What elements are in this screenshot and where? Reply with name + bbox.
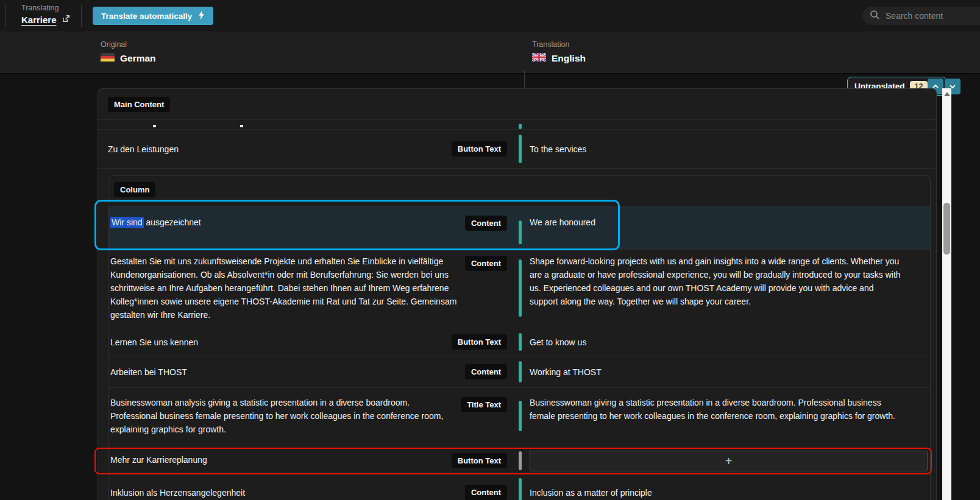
translated-indicator-bar: [519, 259, 522, 317]
translation-row: Arbeiten bei THOST Content Working at TH…: [108, 356, 930, 388]
translating-block: Translating Karriere: [21, 4, 71, 26]
original-language-name: German: [120, 53, 156, 64]
section-label-chip: Main Content: [108, 97, 170, 112]
scrollbar-thumb[interactable]: [943, 203, 950, 255]
source-text: Wir sind ausgezeichnet: [110, 216, 201, 229]
source-text: Lernen Sie uns kennen: [110, 336, 198, 349]
translated-indicator-bar: [519, 124, 522, 129]
plus-icon: +: [725, 455, 733, 467]
source-text: Inklusion als Herzensangelegenheit: [110, 486, 245, 499]
translated-indicator-bar: [519, 401, 522, 431]
field-type-badge: Title Text: [461, 397, 507, 412]
page-name[interactable]: Karriere: [21, 15, 57, 25]
field-type-badge: Content: [465, 216, 507, 231]
german-flag-icon: [101, 53, 115, 64]
selected-text: Wir sind: [110, 217, 144, 228]
page-link[interactable]: Karriere: [21, 14, 71, 26]
top-bar: Translating Karriere Translate automatic…: [0, 0, 980, 32]
search-box[interactable]: [862, 7, 980, 25]
field-type-badge: Content: [465, 485, 507, 500]
translated-indicator-bar: [519, 135, 522, 163]
translation-language-name: English: [552, 53, 586, 64]
add-translation-button[interactable]: +: [530, 451, 928, 471]
translation-text[interactable]: Get to know us: [530, 336, 930, 349]
translate-button-label: Translate automatically: [101, 12, 192, 21]
column-group-panel: Column Wir sind ausgezeichnet Content We…: [108, 175, 931, 500]
language-bar: Original German Translation English Untr…: [0, 32, 980, 74]
field-type-badge: Button Text: [452, 141, 507, 157]
untranslated-indicator-bar: [519, 451, 522, 470]
lightning-icon: [198, 10, 205, 21]
translation-row: Businesswoman analysis giving a statisti…: [108, 388, 930, 449]
field-type-badge: Content: [465, 256, 507, 271]
translation-text[interactable]: Shape forward-looking projects with us a…: [530, 255, 930, 322]
translation-cell-empty: +: [530, 451, 930, 471]
group-label-chip: Column: [114, 182, 155, 197]
search-input[interactable]: [886, 11, 980, 21]
translated-indicator-bar: [519, 361, 522, 382]
translated-indicator-bar: [519, 220, 522, 244]
translation-row: Zu den Leistungen Button Text To the ser…: [98, 130, 936, 169]
divider: [81, 5, 82, 27]
translation-label: Translation: [532, 40, 586, 49]
original-language-group: Original German: [101, 40, 156, 64]
scrollbar-up-arrow[interactable]: [944, 92, 950, 96]
translated-indicator-bar: [519, 478, 522, 500]
source-text: Zu den Leistungen: [108, 143, 179, 156]
clipped-text-fragment: [153, 125, 156, 127]
translation-text[interactable]: Businesswoman giving a statistic present…: [530, 396, 930, 436]
translated-indicator-bar: [519, 333, 522, 351]
field-type-badge: Button Text: [452, 334, 507, 350]
source-text-rest: ausgezeichnet: [144, 217, 201, 227]
translation-row: Lernen Sie uns kennen Button Text Get to…: [108, 328, 930, 356]
translate-automatically-button[interactable]: Translate automatically: [93, 7, 213, 25]
field-type-badge: Content: [465, 364, 507, 379]
translation-row: Inklusion als Herzensangelegenheit Conte…: [108, 473, 930, 500]
translating-label: Translating: [21, 4, 71, 12]
clipped-row: [98, 120, 936, 130]
external-link-icon[interactable]: [62, 14, 71, 26]
source-text: Mehr zur Karriereplanung: [110, 453, 207, 468]
chevron-up-icon: [932, 84, 939, 89]
translation-row-selected[interactable]: Wir sind ausgezeichnet Content We are ho…: [108, 206, 930, 250]
translation-text[interactable]: Inclusion as a matter of principle: [530, 486, 930, 499]
source-text: Arbeiten bei THOST: [110, 365, 187, 379]
translation-panel: Main Content Zu den Leistungen Button Te…: [98, 88, 937, 500]
source-text: Businesswoman analysis giving a statisti…: [110, 396, 453, 436]
translation-text[interactable]: Working at THOST: [530, 365, 930, 379]
translation-text[interactable]: We are honoured: [530, 216, 930, 249]
translation-language-group: Translation English: [532, 40, 586, 64]
field-type-badge: Button Text: [452, 453, 507, 468]
original-label: Original: [101, 40, 156, 49]
divider: [5, 5, 6, 27]
clipped-text-fragment: [240, 125, 243, 127]
source-text: Gestalten Sie mit uns zukunftsweisende P…: [110, 255, 458, 322]
search-icon: [870, 10, 880, 23]
uk-flag-icon: [532, 53, 546, 64]
scrollbar-track[interactable]: [942, 88, 951, 500]
translation-row-untranslated: Mehr zur Karriereplanung Button Text +: [108, 449, 930, 473]
translation-text[interactable]: To the services: [530, 143, 936, 156]
translation-row: Gestalten Sie mit uns zukunftsweisende P…: [108, 250, 930, 328]
